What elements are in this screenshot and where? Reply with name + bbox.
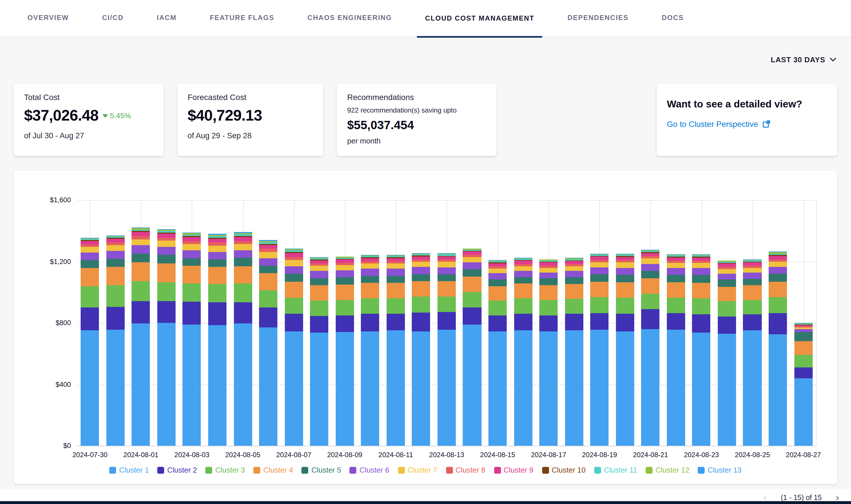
legend-item-cluster-3[interactable]: Cluster 3 bbox=[206, 466, 245, 474]
stacked-bar-2024-07-31[interactable] bbox=[106, 235, 125, 446]
bar-segment-cluster-2 bbox=[259, 307, 277, 327]
bar-slot bbox=[205, 200, 230, 446]
stacked-bar-2024-08-07[interactable] bbox=[284, 248, 303, 446]
stacked-bar-2024-08-13[interactable] bbox=[437, 253, 456, 446]
stacked-bar-2024-08-09[interactable] bbox=[335, 256, 354, 446]
bar-segment-cluster-9 bbox=[743, 263, 762, 266]
legend-item-cluster-7[interactable]: Cluster 7 bbox=[398, 466, 437, 474]
bar-segment-cluster-6 bbox=[208, 252, 226, 259]
bar-segment-cluster-6 bbox=[718, 273, 736, 280]
bar-segment-cluster-9 bbox=[132, 232, 150, 236]
bar-segment-cluster-5 bbox=[769, 274, 787, 282]
tab-docs[interactable]: DOCS bbox=[662, 0, 684, 37]
tab-chaos-engineering[interactable]: CHAOS ENGINEERING bbox=[308, 0, 392, 37]
bar-slot bbox=[612, 200, 638, 446]
tab-feature-flags[interactable]: FEATURE FLAGS bbox=[210, 0, 275, 37]
stacked-bar-2024-08-21[interactable] bbox=[641, 250, 660, 446]
legend-item-cluster-1[interactable]: Cluster 1 bbox=[109, 466, 149, 474]
legend-item-cluster-2[interactable]: Cluster 2 bbox=[158, 466, 197, 474]
legend-swatch bbox=[698, 467, 705, 473]
bar-segment-cluster-1 bbox=[387, 330, 405, 446]
bar-segment-cluster-2 bbox=[387, 314, 405, 330]
bar-segment-cluster-5 bbox=[667, 275, 685, 282]
bar-segment-cluster-1 bbox=[284, 331, 303, 446]
stacked-bar-2024-08-24[interactable] bbox=[718, 260, 736, 446]
bar-segment-cluster-2 bbox=[284, 314, 303, 331]
stacked-bar-2024-08-22[interactable] bbox=[667, 254, 685, 446]
legend-label: Cluster 10 bbox=[552, 466, 586, 474]
tab-cloud-cost-management[interactable]: CLOUD COST MANAGEMENT bbox=[417, 0, 542, 38]
bar-slot bbox=[740, 200, 765, 446]
bar-slot bbox=[77, 200, 103, 446]
bar-segment-cluster-9 bbox=[106, 239, 125, 242]
stacked-bar-2024-08-05[interactable] bbox=[233, 232, 252, 446]
recommendations-subtitle: 922 recommendation(s) saving upto bbox=[347, 106, 486, 114]
tab-ci-cd[interactable]: CI/CD bbox=[102, 0, 123, 37]
bar-segment-cluster-7 bbox=[310, 266, 328, 271]
stacked-bar-2024-08-12[interactable] bbox=[412, 253, 430, 446]
bar-segment-cluster-9 bbox=[259, 245, 277, 249]
bar-segment-cluster-3 bbox=[488, 301, 507, 315]
stacked-bar-2024-08-23[interactable] bbox=[692, 254, 711, 446]
footer-strip bbox=[0, 501, 851, 504]
stacked-bar-2024-08-26[interactable] bbox=[769, 251, 787, 446]
x-tick-label: 2024-08-07 bbox=[276, 451, 311, 459]
stacked-bar-2024-08-27[interactable] bbox=[794, 323, 812, 446]
legend-item-cluster-8[interactable]: Cluster 8 bbox=[446, 466, 485, 474]
legend-item-cluster-9[interactable]: Cluster 9 bbox=[494, 466, 533, 474]
legend-item-cluster-6[interactable]: Cluster 6 bbox=[350, 466, 389, 474]
bar-segment-cluster-7 bbox=[616, 262, 634, 268]
legend-label: Cluster 13 bbox=[708, 466, 742, 474]
bar-segment-cluster-6 bbox=[437, 267, 456, 274]
stacked-bar-2024-08-02[interactable] bbox=[157, 229, 176, 446]
stacked-bar-2024-08-11[interactable] bbox=[387, 255, 405, 446]
legend-item-cluster-10[interactable]: Cluster 10 bbox=[542, 466, 586, 474]
stacked-bar-2024-08-04[interactable] bbox=[208, 234, 226, 446]
legend-item-cluster-4[interactable]: Cluster 4 bbox=[254, 466, 293, 474]
legend-swatch bbox=[206, 467, 212, 473]
legend-item-cluster-12[interactable]: Cluster 12 bbox=[646, 466, 690, 474]
bar-segment-cluster-6 bbox=[361, 269, 380, 276]
tab-overview[interactable]: OVERVIEW bbox=[28, 0, 69, 37]
bar-segment-cluster-4 bbox=[539, 285, 558, 300]
bar-segment-cluster-9 bbox=[565, 261, 583, 264]
stacked-bar-2024-08-19[interactable] bbox=[590, 254, 608, 446]
stacked-bar-2024-08-18[interactable] bbox=[565, 258, 583, 446]
stacked-bar-2024-08-17[interactable] bbox=[539, 259, 558, 446]
cluster-perspective-link[interactable]: Go to Cluster Perspective bbox=[667, 120, 827, 129]
stacked-bar-2024-08-06[interactable] bbox=[259, 240, 277, 446]
legend-item-cluster-11[interactable]: Cluster 11 bbox=[594, 466, 637, 474]
stacked-bar-2024-08-10[interactable] bbox=[361, 255, 380, 446]
x-tick-label: 2024-08-27 bbox=[786, 451, 821, 459]
bar-segment-cluster-9 bbox=[667, 257, 685, 260]
stacked-bar-2024-08-01[interactable] bbox=[132, 228, 150, 446]
bar-segment-cluster-2 bbox=[794, 367, 812, 378]
bar-segment-cluster-5 bbox=[81, 260, 99, 268]
tab-iacm[interactable]: IACM bbox=[157, 0, 176, 37]
stacked-bar-2024-08-16[interactable] bbox=[514, 258, 532, 446]
bar-segment-cluster-8 bbox=[259, 249, 277, 252]
stacked-bar-2024-08-20[interactable] bbox=[616, 254, 634, 446]
recommendations-card: Recommendations 922 recommendation(s) sa… bbox=[337, 84, 497, 156]
legend-label: Cluster 5 bbox=[311, 466, 341, 474]
legend-item-cluster-5[interactable]: Cluster 5 bbox=[302, 466, 341, 474]
stacked-bar-2024-08-25[interactable] bbox=[743, 259, 762, 446]
stacked-bar-2024-08-08[interactable] bbox=[310, 257, 328, 446]
legend-item-cluster-13[interactable]: Cluster 13 bbox=[698, 466, 742, 474]
tab-dependencies[interactable]: DEPENDENCIES bbox=[568, 0, 628, 37]
legend-swatch bbox=[542, 467, 549, 473]
bar-segment-cluster-3 bbox=[514, 298, 532, 314]
date-range-selector[interactable]: LAST 30 DAYS bbox=[771, 55, 836, 64]
stacked-bar-2024-08-14[interactable] bbox=[463, 248, 481, 446]
bar-segment-cluster-2 bbox=[463, 307, 481, 324]
bar-segment-cluster-8 bbox=[539, 266, 558, 268]
bar-segment-cluster-7 bbox=[335, 265, 354, 270]
x-tick-label: 2024-08-17 bbox=[531, 451, 566, 459]
bar-segment-cluster-2 bbox=[590, 313, 608, 330]
stacked-bar-2024-08-15[interactable] bbox=[488, 260, 507, 446]
stacked-bar-2024-08-03[interactable] bbox=[183, 233, 201, 446]
stacked-bar-2024-07-30[interactable] bbox=[81, 238, 99, 446]
bar-segment-cluster-1 bbox=[361, 331, 380, 446]
bar-segment-cluster-8 bbox=[284, 257, 303, 260]
y-tick-label: $400 bbox=[16, 380, 71, 388]
